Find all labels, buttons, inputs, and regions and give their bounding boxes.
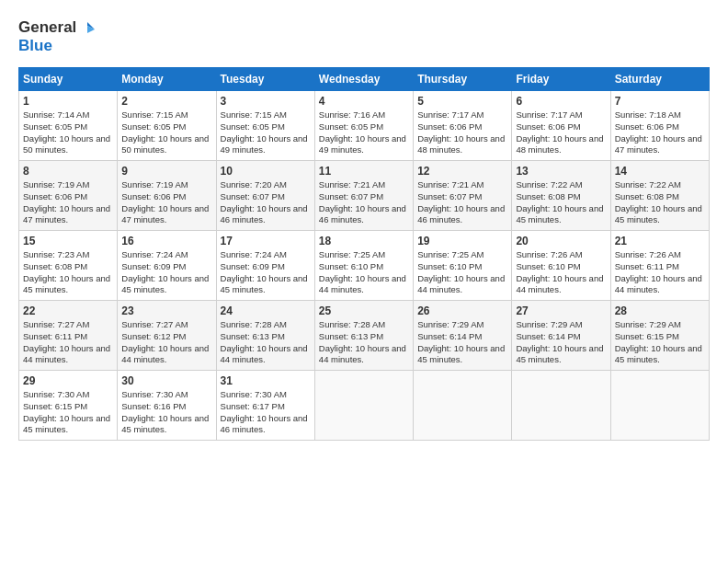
sunrise: Sunrise: 7:24 AM [221, 249, 287, 259]
day-number: 3 [221, 94, 311, 109]
sunrise: Sunrise: 7:25 AM [319, 249, 385, 259]
calendar-cell: 17Sunrise: 7:24 AMSunset: 6:09 PMDayligh… [216, 230, 314, 300]
sunset: Sunset: 6:05 PM [23, 121, 87, 132]
day-number: 25 [319, 304, 409, 318]
daylight: Daylight: 10 hours and 45 minutes. [516, 203, 603, 225]
sunrise: Sunrise: 7:27 AM [23, 319, 89, 329]
daylight: Daylight: 10 hours and 49 minutes. [221, 133, 308, 155]
sunset: Sunset: 6:08 PM [23, 261, 87, 271]
calendar-cell: 10Sunrise: 7:20 AMSunset: 6:07 PMDayligh… [216, 160, 314, 230]
calendar-cell: 12Sunrise: 7:21 AMSunset: 6:07 PMDayligh… [414, 160, 512, 230]
sunrise: Sunrise: 7:23 AM [23, 249, 89, 259]
sunrise: Sunrise: 7:29 AM [417, 319, 483, 329]
daylight: Daylight: 10 hours and 46 minutes. [417, 203, 505, 225]
calendar-cell: 9Sunrise: 7:19 AMSunset: 6:06 PMDaylight… [118, 160, 216, 230]
sunrise: Sunrise: 7:24 AM [121, 249, 188, 259]
daylight: Daylight: 10 hours and 47 minutes. [615, 133, 702, 155]
sunset: Sunset: 6:05 PM [121, 121, 186, 132]
daylight: Daylight: 10 hours and 47 minutes. [23, 203, 110, 225]
sunset: Sunset: 6:14 PM [516, 331, 580, 341]
sunset: Sunset: 6:06 PM [121, 191, 186, 201]
daylight: Daylight: 10 hours and 44 minutes. [221, 343, 308, 365]
sunrise: Sunrise: 7:14 AM [23, 109, 89, 120]
calendar-week-5: 29Sunrise: 7:30 AMSunset: 6:15 PMDayligh… [19, 370, 710, 440]
sunrise: Sunrise: 7:21 AM [319, 179, 385, 190]
day-number: 15 [23, 234, 113, 248]
daylight: Daylight: 10 hours and 48 minutes. [516, 133, 603, 155]
daylight: Daylight: 10 hours and 45 minutes. [23, 413, 110, 435]
sunrise: Sunrise: 7:27 AM [121, 319, 188, 329]
calendar-week-4: 22Sunrise: 7:27 AMSunset: 6:11 PMDayligh… [19, 300, 710, 370]
daylight: Daylight: 10 hours and 46 minutes. [319, 203, 406, 225]
sunset: Sunset: 6:16 PM [121, 401, 186, 411]
day-number: 22 [23, 304, 113, 318]
day-number: 28 [615, 304, 705, 318]
sunrise: Sunrise: 7:17 AM [417, 109, 483, 120]
page: General Blue SundayMondayTuesdayWednesda… [0, 0, 728, 563]
day-number: 6 [516, 94, 606, 109]
calendar-header-tuesday: Tuesday [216, 67, 314, 90]
calendar-cell: 23Sunrise: 7:27 AMSunset: 6:12 PMDayligh… [118, 300, 216, 370]
sunrise: Sunrise: 7:19 AM [121, 179, 188, 190]
daylight: Daylight: 10 hours and 50 minutes. [121, 133, 209, 155]
day-number: 13 [516, 164, 606, 178]
calendar-cell [314, 370, 413, 440]
calendar-cell: 18Sunrise: 7:25 AMSunset: 6:10 PMDayligh… [314, 230, 413, 300]
daylight: Daylight: 10 hours and 45 minutes. [615, 203, 702, 225]
calendar-cell: 14Sunrise: 7:22 AMSunset: 6:08 PMDayligh… [610, 160, 709, 230]
sunset: Sunset: 6:14 PM [417, 331, 482, 341]
sunset: Sunset: 6:13 PM [221, 331, 285, 341]
calendar-cell: 4Sunrise: 7:16 AMSunset: 6:05 PMDaylight… [314, 90, 413, 160]
day-number: 29 [23, 373, 113, 388]
sunrise: Sunrise: 7:25 AM [417, 249, 483, 259]
sunrise: Sunrise: 7:30 AM [23, 389, 89, 399]
day-number: 24 [221, 304, 311, 318]
day-number: 8 [23, 164, 113, 178]
calendar-cell [512, 370, 610, 440]
calendar-cell [610, 370, 709, 440]
day-number: 12 [417, 164, 507, 178]
daylight: Daylight: 10 hours and 45 minutes. [221, 273, 308, 295]
calendar-cell: 30Sunrise: 7:30 AMSunset: 6:16 PMDayligh… [118, 370, 216, 440]
sunrise: Sunrise: 7:15 AM [221, 109, 287, 120]
calendar-cell: 27Sunrise: 7:29 AMSunset: 6:14 PMDayligh… [512, 300, 610, 370]
sunset: Sunset: 6:05 PM [221, 121, 285, 132]
sunset: Sunset: 6:11 PM [23, 331, 87, 341]
sunrise: Sunrise: 7:18 AM [615, 109, 681, 120]
calendar-cell: 21Sunrise: 7:26 AMSunset: 6:11 PMDayligh… [610, 230, 709, 300]
daylight: Daylight: 10 hours and 45 minutes. [23, 273, 110, 295]
day-number: 20 [516, 234, 606, 248]
daylight: Daylight: 10 hours and 44 minutes. [319, 273, 406, 295]
sunset: Sunset: 6:15 PM [23, 401, 87, 411]
day-number: 10 [221, 164, 311, 178]
daylight: Daylight: 10 hours and 45 minutes. [417, 343, 505, 365]
sunrise: Sunrise: 7:28 AM [319, 319, 385, 329]
sunset: Sunset: 6:13 PM [319, 331, 383, 341]
day-number: 14 [615, 164, 705, 178]
calendar-cell: 26Sunrise: 7:29 AMSunset: 6:14 PMDayligh… [414, 300, 512, 370]
calendar-cell: 7Sunrise: 7:18 AMSunset: 6:06 PMDaylight… [610, 90, 709, 160]
daylight: Daylight: 10 hours and 45 minutes. [121, 413, 209, 435]
day-number: 30 [121, 373, 211, 388]
calendar-week-2: 8Sunrise: 7:19 AMSunset: 6:06 PMDaylight… [19, 160, 710, 230]
daylight: Daylight: 10 hours and 44 minutes. [319, 343, 406, 365]
daylight: Daylight: 10 hours and 45 minutes. [516, 343, 603, 365]
sunset: Sunset: 6:06 PM [516, 121, 580, 132]
sunrise: Sunrise: 7:26 AM [615, 249, 681, 259]
calendar-cell [414, 370, 512, 440]
day-number: 23 [121, 304, 211, 318]
calendar-cell: 13Sunrise: 7:22 AMSunset: 6:08 PMDayligh… [512, 160, 610, 230]
sunset: Sunset: 6:11 PM [615, 261, 679, 271]
daylight: Daylight: 10 hours and 46 minutes. [221, 203, 308, 225]
sunset: Sunset: 6:12 PM [121, 331, 186, 341]
calendar-header-friday: Friday [512, 67, 610, 90]
sunrise: Sunrise: 7:30 AM [221, 389, 287, 399]
sunset: Sunset: 6:15 PM [615, 331, 679, 341]
calendar-cell: 15Sunrise: 7:23 AMSunset: 6:08 PMDayligh… [19, 230, 118, 300]
sunrise: Sunrise: 7:22 AM [615, 179, 681, 190]
calendar-cell: 19Sunrise: 7:25 AMSunset: 6:10 PMDayligh… [414, 230, 512, 300]
day-number: 27 [516, 304, 606, 318]
daylight: Daylight: 10 hours and 44 minutes. [121, 343, 209, 365]
header: General Blue [18, 18, 710, 56]
calendar-cell: 22Sunrise: 7:27 AMSunset: 6:11 PMDayligh… [19, 300, 118, 370]
